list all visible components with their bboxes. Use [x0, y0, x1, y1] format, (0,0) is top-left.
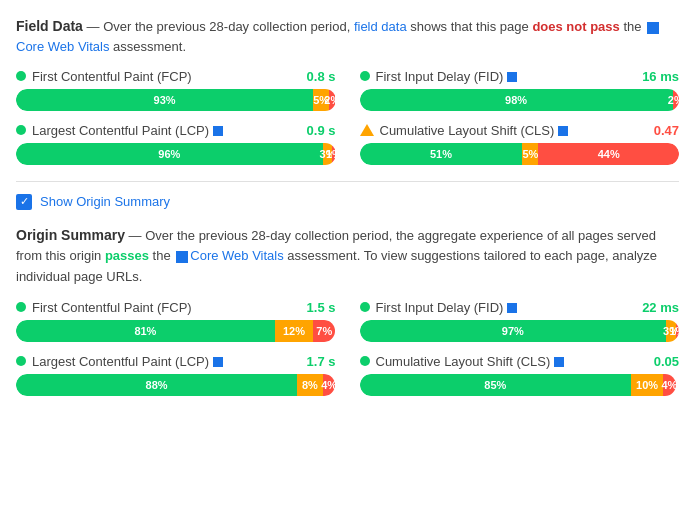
metric-value: 0.8 s — [307, 69, 336, 84]
show-origin-label[interactable]: Show Origin Summary — [40, 194, 170, 209]
bar-segment: 7% — [313, 320, 335, 342]
section-divider-1 — [16, 181, 679, 182]
orange-triangle-icon — [360, 124, 374, 136]
metric-label-group: Cumulative Layout Shift (CLS) — [360, 354, 564, 369]
green-dot-icon — [16, 356, 26, 366]
metric-name: First Input Delay (FID) — [376, 300, 517, 315]
metric-item: Largest Contentful Paint (LCP) 0.9 s96%3… — [16, 123, 336, 165]
metric-bar-track: 93%5%2% — [16, 89, 336, 111]
metric-row: Cumulative Layout Shift (CLS) 0.47 — [360, 123, 680, 138]
bar-segment: 93% — [16, 89, 313, 111]
bar-segment: 51% — [360, 143, 523, 165]
metric-name: First Contentful Paint (FCP) — [32, 300, 192, 315]
metric-label-group: Largest Contentful Paint (LCP) — [16, 354, 223, 369]
metric-item: First Input Delay (FID) 22 ms97%3%1% — [360, 300, 680, 342]
green-dot-icon — [360, 71, 370, 81]
metric-row: First Contentful Paint (FCP)1.5 s — [16, 300, 336, 315]
metric-item: Cumulative Layout Shift (CLS) 0.0585%10%… — [360, 354, 680, 396]
metric-label-group: First Contentful Paint (FCP) — [16, 300, 192, 315]
metric-value: 16 ms — [642, 69, 679, 84]
bar-segment: 96% — [16, 143, 323, 165]
metric-value: 0.05 — [654, 354, 679, 369]
origin-metrics-grid: First Contentful Paint (FCP)1.5 s81%12%7… — [16, 300, 679, 400]
metric-item: First Contentful Paint (FCP)1.5 s81%12%7… — [16, 300, 336, 342]
origin-summary-title: Origin Summary — [16, 227, 125, 243]
bar-segment: 44% — [538, 143, 679, 165]
flag-icon — [558, 126, 568, 136]
bar-segment: 98% — [360, 89, 673, 111]
metric-label-group: Cumulative Layout Shift (CLS) — [360, 123, 568, 138]
bar-segment: 8% — [297, 374, 323, 396]
bar-segment: 5% — [522, 143, 538, 165]
flag-icon — [213, 357, 223, 367]
metric-item: Cumulative Layout Shift (CLS) 0.4751%5%4… — [360, 123, 680, 165]
cwv-icon-2 — [176, 251, 188, 263]
green-dot-icon — [360, 302, 370, 312]
metric-label-group: First Contentful Paint (FCP) — [16, 69, 192, 84]
metric-bar-track: 85%10%4% — [360, 374, 680, 396]
metric-name: Cumulative Layout Shift (CLS) — [376, 354, 564, 369]
metric-bar-track: 96%3%1% — [16, 143, 336, 165]
metric-label-group: First Input Delay (FID) — [360, 300, 517, 315]
metric-value: 22 ms — [642, 300, 679, 315]
passes-text: passes — [105, 248, 149, 263]
metric-bar-track: 98%2% — [360, 89, 680, 111]
bar-segment: 2% — [673, 89, 679, 111]
metric-row: Cumulative Layout Shift (CLS) 0.05 — [360, 354, 680, 369]
show-origin-checkbox[interactable]: ✓ — [16, 194, 32, 210]
metric-row: First Input Delay (FID) 22 ms — [360, 300, 680, 315]
metric-bar-track: 51%5%44% — [360, 143, 680, 165]
flag-icon — [507, 72, 517, 82]
metric-label-group: Largest Contentful Paint (LCP) — [16, 123, 223, 138]
metric-row: Largest Contentful Paint (LCP) 1.7 s — [16, 354, 336, 369]
show-origin-summary-row[interactable]: ✓ Show Origin Summary — [16, 194, 679, 210]
metric-name: Largest Contentful Paint (LCP) — [32, 123, 223, 138]
green-dot-icon — [16, 125, 26, 135]
metric-row: Largest Contentful Paint (LCP) 0.9 s — [16, 123, 336, 138]
field-data-header: Field Data — Over the previous 28-day co… — [16, 16, 679, 57]
bar-segment: 2% — [329, 89, 335, 111]
bar-segment: 12% — [275, 320, 313, 342]
does-not-pass-text: does not pass — [532, 19, 619, 34]
metric-name: First Contentful Paint (FCP) — [32, 69, 192, 84]
flag-icon — [213, 126, 223, 136]
metric-value: 1.7 s — [307, 354, 336, 369]
field-data-link[interactable]: field data — [354, 19, 407, 34]
checkbox-check-icon: ✓ — [20, 196, 29, 207]
green-dot-icon — [360, 356, 370, 366]
flag-icon — [554, 357, 564, 367]
bar-segment: 1% — [332, 143, 335, 165]
bar-segment: 85% — [360, 374, 632, 396]
field-data-desc: — Over the previous 28-day collection pe… — [16, 19, 661, 54]
metric-name: First Input Delay (FID) — [376, 69, 517, 84]
metric-value: 0.47 — [654, 123, 679, 138]
field-metrics-grid: First Contentful Paint (FCP)0.8 s93%5%2%… — [16, 69, 679, 169]
cwv-link[interactable]: Core Web Vitals — [16, 39, 109, 54]
metric-bar-track: 88%8%4% — [16, 374, 336, 396]
metric-bar-track: 97%3%1% — [360, 320, 680, 342]
origin-summary-header: Origin Summary — Over the previous 28-da… — [16, 224, 679, 288]
metric-bar-track: 81%12%7% — [16, 320, 336, 342]
bar-segment: 81% — [16, 320, 275, 342]
bar-segment: 88% — [16, 374, 297, 396]
metric-label-group: First Input Delay (FID) — [360, 69, 517, 84]
bar-segment: 1% — [676, 320, 679, 342]
metric-item: First Input Delay (FID) 16 ms98%2% — [360, 69, 680, 111]
metric-item: Largest Contentful Paint (LCP) 1.7 s88%8… — [16, 354, 336, 396]
bar-segment: 10% — [631, 374, 663, 396]
cwv-link-2[interactable]: Core Web Vitals — [190, 248, 283, 263]
metric-value: 0.9 s — [307, 123, 336, 138]
metric-value: 1.5 s — [307, 300, 336, 315]
green-dot-icon — [16, 71, 26, 81]
bar-segment: 97% — [360, 320, 667, 342]
metric-name: Cumulative Layout Shift (CLS) — [380, 123, 568, 138]
cwv-icon — [647, 22, 659, 34]
metric-item: First Contentful Paint (FCP)0.8 s93%5%2% — [16, 69, 336, 111]
field-data-title: Field Data — [16, 18, 83, 34]
metric-row: First Contentful Paint (FCP)0.8 s — [16, 69, 336, 84]
green-dot-icon — [16, 302, 26, 312]
metric-row: First Input Delay (FID) 16 ms — [360, 69, 680, 84]
bar-segment: 4% — [323, 374, 336, 396]
flag-icon — [507, 303, 517, 313]
bar-segment: 4% — [663, 374, 676, 396]
